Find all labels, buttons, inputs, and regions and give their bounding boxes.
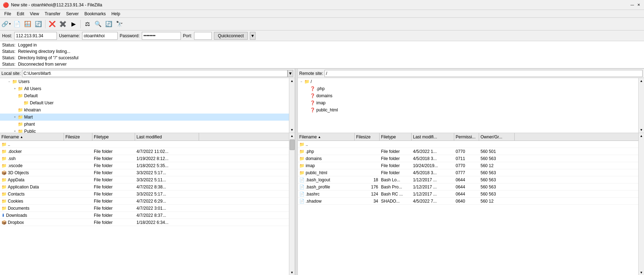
tree-item-mart[interactable]: + 📁 Mart xyxy=(0,114,289,121)
tree-item-php[interactable]: + ❓ .php xyxy=(298,85,638,92)
new-window-button[interactable]: 🪟 xyxy=(23,19,33,29)
local-file-row-parent[interactable]: 📁.. xyxy=(0,141,289,148)
remote-col-owner[interactable]: Owner/Gr... xyxy=(479,133,515,141)
local-file-row-vscode[interactable]: 📁.vscode File folder 1/18/2022 5:35... xyxy=(0,162,289,169)
local-path-bar: Local site: ▼ xyxy=(0,69,295,78)
menu-file[interactable]: File xyxy=(1,11,14,17)
minimize-button[interactable]: — xyxy=(630,2,635,7)
remote-col-lastmod[interactable]: Last modifi... xyxy=(412,133,454,141)
remote-file-row-parent[interactable]: 📁.. xyxy=(298,141,638,148)
port-input[interactable] xyxy=(194,32,212,40)
tree-item-users[interactable]: − 📁 Users xyxy=(0,78,289,85)
remote-file-row-publichtml[interactable]: 📁public_html File folder 4/5/2018 3... 0… xyxy=(298,169,638,176)
local-file-scrollbar[interactable]: ▲ ▼ xyxy=(289,133,295,275)
local-ft-documents: File folder xyxy=(92,206,135,211)
remote-file-scroll-up[interactable]: ▲ xyxy=(639,133,644,139)
remote-file-scroll-down[interactable]: ▼ xyxy=(639,270,644,275)
local-file-row-downloads[interactable]: ⬇Downloads File folder 4/7/2022 8:37... xyxy=(0,212,289,219)
disconnect-button[interactable]: ✖️ xyxy=(58,19,68,29)
remote-col-filename[interactable]: Filename ▲ xyxy=(298,133,355,141)
remote-tree-scroll-down[interactable]: ▼ xyxy=(639,127,644,133)
local-file-scroll-up[interactable]: ▲ xyxy=(289,133,295,139)
finder-button[interactable]: 🔭 xyxy=(114,19,124,29)
menu-view[interactable]: View xyxy=(27,11,42,17)
remote-file-row-shadow[interactable]: 📄.shadow 34 SHADO... 4/5/2022 7... 0640 … xyxy=(298,198,638,205)
remote-file-row-domains[interactable]: 📁domains File folder 4/5/2018 3... 0711 … xyxy=(298,155,638,162)
site-manager-button[interactable]: 🔗▼ xyxy=(1,19,11,29)
remote-file-row-php[interactable]: 📁.php File folder 4/5/2022 1... 0770 560… xyxy=(298,148,638,155)
local-col-filetype[interactable]: Filetype xyxy=(92,133,135,141)
toggle-mart[interactable]: + xyxy=(13,115,17,119)
host-input[interactable] xyxy=(14,32,57,40)
tree-item-imap[interactable]: + ❓ imap xyxy=(298,99,638,106)
local-file-scroll-down[interactable]: ▼ xyxy=(289,270,295,275)
pane-divider[interactable] xyxy=(295,69,298,275)
local-col-filename[interactable]: Filename ▲ xyxy=(0,133,64,141)
remote-col-filesize[interactable]: Filesize xyxy=(355,133,380,141)
local-path-input[interactable] xyxy=(22,70,288,77)
remote-file-row-bashlogout[interactable]: 📄.bash_logout 18 Bash Lo... 1/12/2017 ..… xyxy=(298,176,638,183)
local-file-row-documents[interactable]: 📁Documents File folder 4/7/2022 3:01... xyxy=(0,205,289,212)
local-col-filesize[interactable]: Filesize xyxy=(64,133,92,141)
tree-item-default[interactable]: + 📁 Default xyxy=(0,92,289,99)
local-lm-appdata2: 4/7/2022 8:38... xyxy=(135,185,199,189)
remote-tree-scrollbar[interactable]: ▲ ▼ xyxy=(638,78,644,133)
search-button[interactable]: 🔍 xyxy=(93,19,103,29)
tree-item-publichtml[interactable]: + ❓ public_html xyxy=(298,106,638,114)
remote-file-row-bashprofile[interactable]: 📄.bash_profile 176 Bash Pro... 1/12/2017… xyxy=(298,183,638,191)
status-panel: Status: Logged in Status: Retrieving dir… xyxy=(0,41,644,68)
local-file-row-contacts[interactable]: 📁Contacts File folder 3/3/2022 5:17... xyxy=(0,191,289,198)
menu-edit[interactable]: Edit xyxy=(14,11,27,17)
local-path-dropdown[interactable]: ▼ xyxy=(288,70,293,77)
tree-item-allusers[interactable]: + 📁 All Users xyxy=(0,85,289,92)
local-file-row-ssh[interactable]: 📁.ssh File folder 1/19/2022 8:12... xyxy=(0,155,289,162)
tree-item-khoatran[interactable]: + 📁 khoatran xyxy=(0,106,289,114)
remote-col-filetype[interactable]: Filetype xyxy=(380,133,412,141)
local-file-row-3dobjects[interactable]: 📦3D Objects File folder 3/3/2022 5:17... xyxy=(0,169,289,176)
local-file-row-dropbox[interactable]: 📦Dropbox File folder 1/18/2022 6:34... xyxy=(0,219,289,226)
close-button[interactable]: ✕ xyxy=(636,2,641,7)
local-col-lastmod[interactable]: Last modified xyxy=(135,133,199,141)
remote-file-scrollbar[interactable]: ▲ ▼ xyxy=(638,133,644,275)
toggle-root[interactable]: − xyxy=(299,79,304,84)
local-file-scroll-thumb[interactable] xyxy=(290,139,295,150)
menu-bookmarks[interactable]: Bookmarks xyxy=(81,11,108,17)
quickconnect-dropdown[interactable]: ▼ xyxy=(250,32,256,40)
remote-file-row-bashrc[interactable]: 📄.bashrc 124 Bash RC ... 1/12/2017 ... 0… xyxy=(298,191,638,198)
tree-item-domains[interactable]: + ❓ domains xyxy=(298,92,638,99)
remote-fn-domains: 📁domains xyxy=(298,156,355,161)
local-file-row-appdata2[interactable]: 📁Application Data File folder 4/7/2022 8… xyxy=(0,183,289,191)
toggle-users[interactable]: − xyxy=(7,79,11,84)
filter-button[interactable]: ⚖ xyxy=(82,19,92,29)
toggle-public[interactable]: + xyxy=(13,129,17,133)
queue-button[interactable]: ▶ xyxy=(69,19,79,29)
quickconnect-button[interactable]: Quickconnect xyxy=(214,32,248,40)
remote-fn-imap: 📁imap xyxy=(298,163,355,168)
remote-tree-scroll-up[interactable]: ▲ xyxy=(639,78,644,84)
local-file-row-cookies[interactable]: 📁Cookies File folder 4/7/2022 6:29... xyxy=(0,198,289,205)
tree-item-public[interactable]: + 📁 Public xyxy=(0,128,289,133)
local-tree-scrollbar[interactable]: ▲ ▼ xyxy=(289,78,295,133)
reconnect-button[interactable]: 🔄 xyxy=(33,19,43,29)
menu-help[interactable]: Help xyxy=(108,11,123,17)
sync-browse-button[interactable]: 🔄 xyxy=(104,19,114,29)
menu-server[interactable]: Server xyxy=(63,11,81,17)
remote-file-row-imap[interactable]: 📁imap File folder 10/24/2019... 0770 560… xyxy=(298,162,638,169)
username-input[interactable] xyxy=(82,32,118,40)
scroll-up-arrow[interactable]: ▲ xyxy=(289,78,295,84)
tree-item-root[interactable]: − 📁 / xyxy=(298,78,638,85)
cancel-button[interactable]: ❌ xyxy=(47,19,57,29)
menu-transfer[interactable]: Transfer xyxy=(42,11,63,17)
local-file-row-docker[interactable]: 📁.docker File folder 4/7/2022 11:02... xyxy=(0,148,289,155)
toggle-allusers[interactable]: + xyxy=(13,87,17,91)
password-input[interactable] xyxy=(142,32,181,40)
tree-item-phant[interactable]: + 📁 phant xyxy=(0,121,289,128)
remote-path-input[interactable] xyxy=(324,70,643,77)
connection-bar: Host: Username: Password: Port: Quickcon… xyxy=(0,31,644,41)
new-tab-button[interactable]: 📄 xyxy=(12,19,22,29)
local-file-list: 📁.. 📁.docker File folder 4/7/2022 11:02.… xyxy=(0,141,289,275)
tree-item-defaultuser[interactable]: + 📁 Default User xyxy=(0,99,289,106)
scroll-down-arrow[interactable]: ▼ xyxy=(289,127,295,133)
remote-col-perm[interactable]: Permissi... xyxy=(454,133,479,141)
local-file-row-appdata[interactable]: 📁AppData File folder 3/3/2022 5:11... xyxy=(0,176,289,183)
